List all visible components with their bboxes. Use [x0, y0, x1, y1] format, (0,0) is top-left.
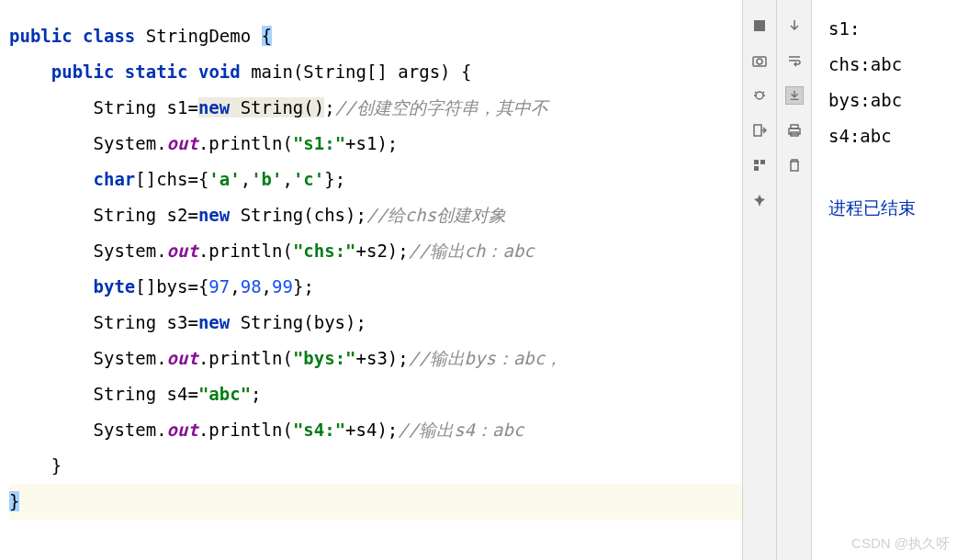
code-line: byte[]bys={97,98,99}; [9, 269, 742, 305]
svg-rect-8 [754, 125, 761, 136]
code-line: String s1=new String();//创建空的字符串，其中不 [9, 90, 742, 126]
stop-icon[interactable] [750, 17, 769, 35]
pin-icon[interactable] [750, 191, 769, 209]
code-editor[interactable]: public class StringDemo { public static … [0, 0, 742, 560]
toolbar-column-2 [777, 0, 812, 560]
process-finished: 进程已结束 [828, 190, 957, 226]
trash-icon[interactable] [785, 156, 804, 174]
toolbar-column-1 [742, 0, 777, 560]
print-icon[interactable] [785, 121, 804, 140]
output-line: s4:abc [828, 118, 957, 154]
svg-point-2 [757, 59, 762, 64]
code-line: System.out.println("s1:"+s1); [9, 126, 742, 162]
code-line: String s2=new String(chs);//给chs创建对象 [9, 197, 742, 233]
exit-icon[interactable] [750, 121, 769, 140]
svg-line-6 [755, 92, 757, 94]
layout-icon[interactable] [750, 156, 769, 174]
wrap-icon[interactable] [785, 51, 804, 70]
code-line: char[]chs={'a','b','c'}; [9, 162, 742, 197]
code-line: System.out.println("bys:"+s3);//输出bys：ab… [9, 341, 742, 376]
watermark: CSDN @执久呀 [851, 535, 950, 553]
svg-rect-0 [754, 20, 765, 31]
output-line: s1: [828, 11, 957, 47]
code-line: System.out.println("chs:"+s2);//输出ch：abc [9, 233, 742, 269]
code-line-current: } [9, 484, 742, 520]
output-line [828, 154, 957, 190]
bug-icon[interactable] [750, 86, 769, 105]
output-line: chs:abc [828, 47, 957, 83]
code-line: System.out.println("s4:"+s4);//输出s4：abc [9, 412, 742, 448]
output-line: bys:abc [828, 83, 957, 118]
arrow-down-icon[interactable] [785, 17, 804, 35]
svg-line-7 [762, 92, 764, 94]
camera-icon[interactable] [750, 51, 769, 70]
code-line: public class StringDemo { [9, 18, 742, 54]
svg-rect-9 [754, 160, 759, 164]
console-output[interactable]: s1: chs:abc bys:abc s4:abc 进程已结束 CSDN @执… [812, 0, 957, 560]
svg-rect-10 [760, 160, 765, 164]
code-line: public static void main(String[] args) { [9, 54, 742, 90]
code-line: } [9, 448, 742, 484]
code-line: String s3=new String(bys); [9, 305, 742, 341]
code-line: String s4="abc"; [9, 376, 742, 412]
scroll-to-end-icon[interactable] [785, 86, 804, 105]
svg-rect-11 [754, 166, 759, 171]
